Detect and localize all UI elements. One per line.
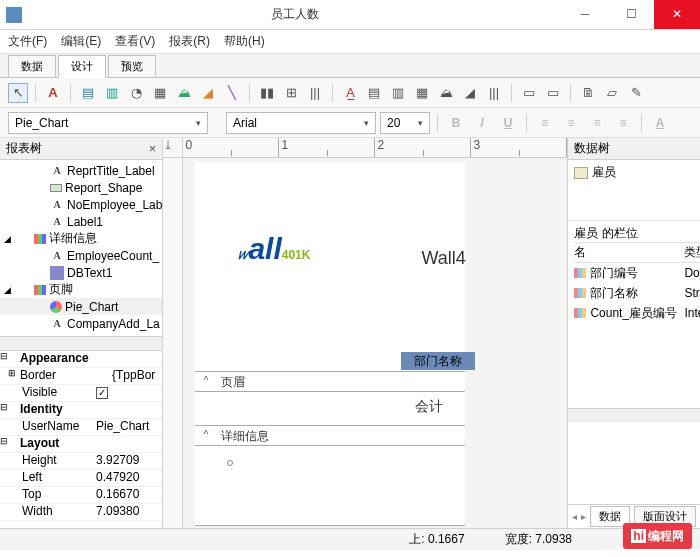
align-center-button[interactable]: ≡ [560, 112, 582, 134]
selection-handle[interactable] [227, 460, 233, 466]
maximize-button[interactable]: ☐ [608, 0, 654, 29]
align-right-button[interactable]: ≡ [586, 112, 608, 134]
dbtext-value[interactable]: 会计 [415, 398, 443, 416]
align-justify-button[interactable]: ≡ [612, 112, 634, 134]
band-collapse-icon[interactable]: ^ [203, 429, 208, 440]
pagebreak-icon[interactable]: ⤓ [163, 138, 173, 152]
bold-button[interactable]: B [445, 112, 467, 134]
band-collapse-icon[interactable]: ^ [203, 375, 208, 386]
image-tool[interactable]: ⛰ [174, 83, 194, 103]
tree-item-selected[interactable]: Pie_Chart [0, 298, 162, 315]
page-tool[interactable]: 🗎 [578, 83, 598, 103]
shape-tool[interactable]: ▱ [602, 83, 622, 103]
tab-data[interactable]: 数据 [8, 55, 56, 77]
memo-tool[interactable]: ▤ [78, 83, 98, 103]
field-row[interactable]: Count_雇员编号 Integer [574, 303, 700, 323]
sysvar-tool[interactable]: ◔ [126, 83, 146, 103]
crosstab-tool[interactable]: ⊞ [281, 83, 301, 103]
tab-preview[interactable]: 预览 [108, 55, 156, 77]
label-icon: A [50, 198, 64, 212]
window-title: 员工人数 [28, 6, 562, 23]
logo-label: Wall4 [421, 248, 465, 269]
field-icon [574, 288, 586, 298]
collapse-icon[interactable]: ⊟ [0, 351, 10, 367]
band-page-header: 页眉 [221, 374, 245, 391]
chart-tool[interactable]: ◢ [198, 83, 218, 103]
column-header-label[interactable]: 部门名称 [401, 352, 475, 370]
collapse-icon[interactable]: ⊟ [0, 402, 10, 418]
close-icon[interactable]: × [149, 141, 157, 156]
design-canvas-area: ⤓ 0 1 2 3 𝘞all401K Wall4 部门名称 ^ 页眉 [163, 138, 567, 528]
tab-design[interactable]: 设计 [58, 55, 106, 78]
dropdown-icon: ▾ [418, 118, 423, 128]
dropdown-icon: ▾ [364, 118, 369, 128]
dbrich-tool[interactable]: ▥ [388, 83, 408, 103]
menu-file[interactable]: 文件(F) [8, 33, 47, 50]
shape-icon [50, 184, 62, 192]
app-icon [6, 7, 22, 23]
band-detail: 详细信息 [221, 428, 269, 445]
checkbox-checked[interactable]: ✓ [96, 387, 108, 399]
dropdown-icon: ▾ [196, 118, 201, 128]
label-icon: A [50, 249, 64, 263]
field-row[interactable]: 部门名称 String [574, 283, 700, 303]
dbtext-tool[interactable]: A̲ [340, 83, 360, 103]
h-scrollbar[interactable] [568, 408, 700, 422]
align-left-button[interactable]: ≡ [534, 112, 556, 134]
collapse-icon[interactable]: ◢ [4, 234, 11, 244]
pointer-tool[interactable]: ↖ [8, 83, 28, 103]
barchart-tool[interactable]: ▮▮ [257, 83, 277, 103]
tab-prev-icon[interactable]: ◂ [572, 511, 577, 522]
menu-view[interactable]: 查看(V) [115, 33, 155, 50]
table-icon [574, 167, 588, 179]
data-tree-title: 数据树 [574, 140, 610, 157]
report-tree[interactable]: AReprtTitle_Label Report_Shape ANoEmploy… [0, 160, 162, 336]
calc-tool[interactable]: ▦ [150, 83, 170, 103]
element-selector[interactable]: Pie_Chart ▾ [8, 112, 208, 134]
label-tool[interactable]: A [43, 83, 63, 103]
main-tabs: 数据 设计 预览 [0, 54, 700, 78]
font-selector[interactable]: Arial ▾ [226, 112, 376, 134]
italic-button[interactable]: I [471, 112, 493, 134]
design-canvas[interactable]: 𝘞all401K Wall4 部门名称 ^ 页眉 会计 ^ 详细信息 [183, 158, 567, 528]
property-grid[interactable]: ⊟Appearance ⊞Border{TppBor Visible✓ ⊟Ide… [0, 350, 162, 528]
menu-report[interactable]: 报表(R) [169, 33, 210, 50]
field-row[interactable]: 部门编号 Double [574, 263, 700, 283]
minimize-button[interactable]: ─ [562, 0, 608, 29]
barcode-tool[interactable]: ||| [305, 83, 325, 103]
h-scrollbar[interactable] [0, 336, 162, 350]
collapse-icon[interactable]: ⊟ [0, 436, 10, 452]
report-tree-title: 报表树 [6, 140, 42, 157]
pen-tool[interactable]: ✎ [626, 83, 646, 103]
toolbar: ↖ A ▤ ▥ ◔ ▦ ⛰ ◢ ╲ ▮▮ ⊞ ||| A̲ ▤ ▥ ▦ ⛰ ◢ … [0, 78, 700, 108]
font-size-selector[interactable]: 20 ▾ [380, 112, 430, 134]
font-color-button[interactable]: A [649, 112, 671, 134]
data-tree[interactable]: 雇员 [568, 160, 700, 220]
left-panel: 报表树 × AReprtTitle_Label Report_Shape ANo… [0, 138, 163, 528]
right-panel: 数据树 × 雇员 雇员 的栏位 名 类型 部门编号 Double 部门名称 St… [567, 138, 700, 528]
format-bar: Pie_Chart ▾ Arial ▾ 20 ▾ B I U ≡ ≡ ≡ ≡ A [0, 108, 700, 138]
region-tool[interactable]: ▭ [519, 83, 539, 103]
menu-help[interactable]: 帮助(H) [224, 33, 265, 50]
dbcalc-tool[interactable]: ▦ [412, 83, 432, 103]
dbtext-icon [50, 266, 64, 280]
subreport-tool[interactable]: ▭ [543, 83, 563, 103]
data-tree-header: 数据树 × [568, 138, 700, 160]
field-icon [574, 268, 586, 278]
menu-edit[interactable]: 编辑(E) [61, 33, 101, 50]
piechart-icon [50, 301, 62, 313]
font-name: Arial [233, 116, 257, 130]
line-tool[interactable]: ╲ [222, 83, 242, 103]
dbchart-tool[interactable]: ◢ [460, 83, 480, 103]
dbmemo-tool[interactable]: ▤ [364, 83, 384, 103]
expand-icon[interactable]: ⊞ [8, 368, 16, 384]
fields-columns: 名 类型 [574, 243, 700, 263]
band-icon [34, 234, 46, 244]
close-button[interactable]: ✕ [654, 0, 700, 29]
collapse-icon[interactable]: ◢ [4, 285, 11, 295]
tab-next-icon[interactable]: ▸ [581, 511, 586, 522]
dbbarcode-tool[interactable]: ||| [484, 83, 504, 103]
dbimage-tool[interactable]: ⛰ [436, 83, 456, 103]
underline-button[interactable]: U [497, 112, 519, 134]
richtext-tool[interactable]: ▥ [102, 83, 122, 103]
